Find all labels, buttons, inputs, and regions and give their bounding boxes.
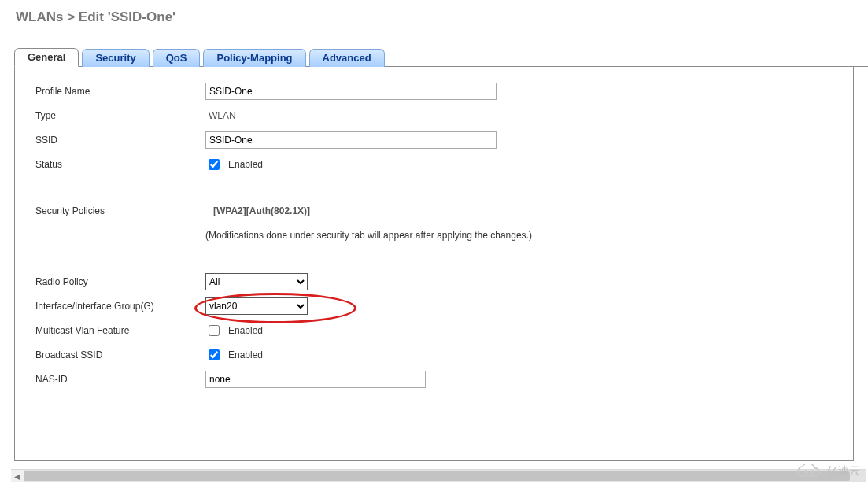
profile-name-label: Profile Name (35, 86, 205, 97)
scroll-track[interactable] (24, 470, 866, 482)
status-label: Status (35, 159, 205, 170)
cloud-icon (796, 464, 822, 479)
general-panel: Profile Name Type WLAN SSID Status Enabl… (14, 67, 854, 461)
status-checkbox[interactable] (209, 159, 220, 170)
watermark-text: 亿速云 (827, 464, 860, 478)
ssid-input[interactable] (205, 131, 497, 149)
profile-name-input[interactable] (205, 83, 497, 100)
security-policies-value: [WPA2][Auth(802.1X)] (205, 205, 310, 216)
type-label: Type (35, 110, 205, 121)
scroll-thumb[interactable] (24, 471, 850, 481)
multicast-vlan-checkbox[interactable] (209, 325, 220, 336)
broadcast-ssid-label: Broadcast SSID (35, 349, 205, 360)
interface-group-select[interactable]: vlan20 (205, 297, 308, 315)
scroll-left-icon[interactable]: ◀ (11, 470, 24, 482)
nas-id-label: NAS-ID (35, 374, 205, 385)
tab-qos[interactable]: QoS (153, 49, 201, 67)
broadcast-ssid-checkbox[interactable] (209, 349, 220, 360)
tab-advanced[interactable]: Advanced (309, 49, 385, 67)
security-policies-label: Security Policies (35, 205, 205, 216)
tab-general[interactable]: General (14, 48, 79, 67)
nas-id-input[interactable] (205, 371, 426, 388)
status-enabled-text: Enabled (228, 159, 263, 170)
ssid-label: SSID (35, 135, 205, 146)
security-policies-note: (Modifications done under security tab w… (205, 230, 532, 241)
radio-policy-select[interactable]: All (205, 273, 308, 290)
horizontal-scrollbar[interactable]: ◀ (11, 469, 866, 482)
broadcast-enabled-text: Enabled (228, 349, 263, 360)
breadcrumb: WLANs > Edit 'SSID-One' (0, 0, 868, 25)
multicast-enabled-text: Enabled (228, 325, 263, 336)
tab-policy-mapping[interactable]: Policy-Mapping (203, 49, 305, 67)
tab-security[interactable]: Security (82, 49, 149, 67)
interface-group-label: Interface/Interface Group(G) (35, 301, 205, 312)
radio-policy-label: Radio Policy (35, 276, 205, 287)
tab-bar: General Security QoS Policy-Mapping Adva… (14, 47, 868, 67)
watermark: 亿速云 (796, 464, 860, 479)
type-value: WLAN (205, 110, 236, 121)
multicast-vlan-label: Multicast Vlan Feature (35, 325, 205, 336)
